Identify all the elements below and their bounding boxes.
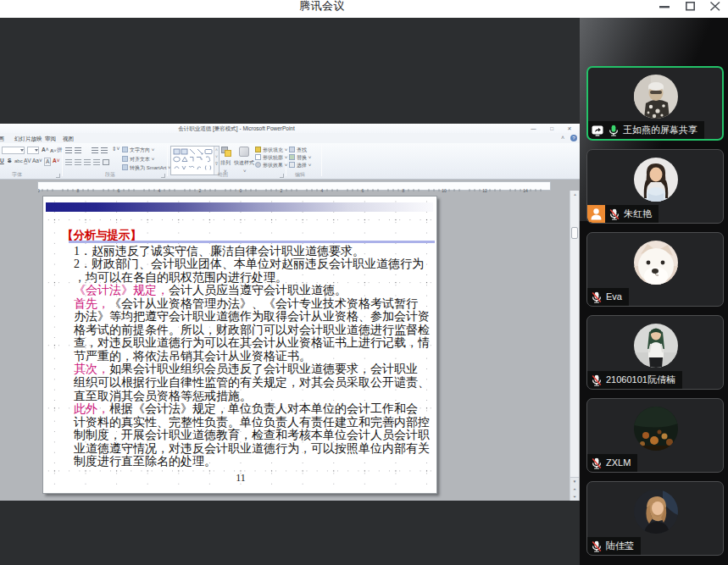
slide-text-line: 其次，如果会计职业组织会员违反了会计职业道德要求，会计职业 — [74, 363, 433, 376]
shadow-icon: abc — [14, 158, 23, 164]
slide-text-line: 此外，根据《会计法》规定，单位负责人对本单位的会计工作和会 — [74, 402, 433, 416]
participant-label-strip: 王如燕的屏幕共享 — [588, 121, 704, 139]
ppt-ribbon: A˄ A˅ 拼 U S abc A̲V Aa˅ A A˅ 字体 — [0, 143, 580, 180]
strikethrough-icon: S — [8, 158, 11, 164]
replace-button: 替换 ˅ — [289, 154, 311, 161]
paragraph-dialog-launcher-icon — [161, 174, 165, 178]
next-slide-icon: ⏷ — [570, 493, 579, 501]
mic-muted-icon — [591, 457, 603, 469]
participant-label: 21060101阮倩楠 — [587, 371, 682, 389]
participant-tile-zhuhongyan[interactable]: 朱红艳 — [586, 149, 724, 224]
participant-tile-lujiaying[interactable]: 陆佳莹 — [586, 481, 724, 556]
avatar-eva — [634, 241, 678, 285]
participant-tile-wangruyan-share[interactable]: 王如燕的屏幕共享 — [586, 66, 724, 141]
alignment-buttons — [65, 159, 109, 165]
participant-name: ZXLM — [606, 454, 631, 472]
participants-sidebar: 王如燕的屏幕共享 — [580, 18, 728, 565]
smartart-button: 转换为 SmartArt ˅ — [122, 164, 171, 171]
ruler-number: 14 — [523, 188, 528, 193]
participant-label-strip: 21060101阮倩楠 — [587, 371, 682, 389]
participant-label-strip: Eva — [587, 288, 629, 306]
indent-buttons — [92, 147, 108, 153]
screen-share-icon — [592, 125, 604, 136]
ruler-number: 4 — [158, 188, 161, 193]
shapes-gallery: ˄˅⊽ — [170, 146, 220, 175]
participant-label: 王如燕的屏幕共享 — [588, 121, 704, 139]
ruler-number: 6 — [362, 188, 364, 193]
participant-label-strip: 朱红艳 — [605, 205, 659, 223]
ppt-minimize-icon: — — [531, 125, 536, 131]
ruler-number: 4 — [321, 188, 324, 193]
align-text-button: 对齐文本 ˅ — [122, 156, 154, 163]
line-spacing-icon: ⇕˅ — [112, 146, 119, 152]
shape-outline-button: 形状轮廓 ˅ — [255, 154, 287, 161]
scrollbar-thumb — [571, 227, 578, 239]
shape-outline-icon — [255, 154, 261, 160]
ppt-titlebar: 会计职业道德 [兼容模式] - Microsoft PowerPoint — □… — [0, 124, 580, 133]
ruler-number: 2 — [281, 188, 283, 193]
window-minimize-button[interactable] — [653, 0, 675, 14]
ruler-number: 0 — [240, 188, 242, 193]
avatar-zxlm — [634, 407, 678, 451]
find-button: 查找 — [289, 147, 307, 153]
participant-label: ZXLM — [587, 454, 637, 472]
ppt-slide-canvas: 10 8 6 4 2 0 2 4 6 8 10 12 14 — [0, 180, 580, 501]
columns-icon — [103, 159, 109, 165]
shape-effects-button: 形状效果 ˅ — [255, 162, 287, 169]
ppt-close-icon: ✕ — [567, 125, 571, 131]
increase-indent-icon — [101, 147, 108, 153]
ruler-number: 10 — [442, 188, 447, 193]
ribbon-group-editing-label: 编辑 — [295, 172, 305, 178]
arrange-button: 排列 — [220, 159, 231, 166]
ruler-ticks: 10 8 6 4 2 0 2 4 6 8 10 12 14 — [38, 186, 550, 194]
find-icon — [289, 147, 295, 152]
minimize-icon — [653, 0, 675, 14]
shared-screen-stage: 会计职业道德 [兼容模式] - Microsoft PowerPoint — □… — [0, 18, 580, 565]
drawing-dialog-launcher-icon — [280, 174, 284, 178]
font-size-combobox — [27, 147, 39, 154]
ribbon-separator — [321, 145, 322, 176]
mic-muted-icon — [591, 291, 603, 303]
slide-text-line: 办法》等均把遵守会计职业道德作为取得会计从业资格、参加会计资 — [74, 310, 433, 324]
participant-label: 朱红艳 — [587, 205, 659, 223]
ppt-maximize-icon: □ — [550, 125, 553, 131]
participant-name: 王如燕的屏幕共享 — [623, 121, 697, 139]
participant-tile-eva[interactable]: Eva — [586, 232, 724, 307]
align-center-icon — [75, 159, 81, 165]
ppt-tab-view: 视图 — [63, 135, 74, 142]
arrange-front-square — [225, 150, 231, 157]
text-direction-icon — [122, 147, 128, 152]
maximize-icon — [680, 0, 702, 14]
slide-top-gradient-bar — [46, 202, 433, 212]
align-right-icon — [84, 159, 91, 165]
font-color-icon: A˅ — [53, 158, 60, 164]
slide-text-line: 计资料的真实性、完整性负责。单位负责人有责任建立和完善内部控 — [74, 416, 433, 429]
ppt-help-icon: ? — [570, 135, 577, 141]
slide-text-line: ，均可以在各自的职权范围内进行处理。 — [74, 271, 433, 285]
window-maximize-button[interactable] — [680, 0, 702, 14]
underline-icon: U — [0, 158, 4, 164]
smartart-icon — [122, 164, 128, 170]
avatar-zhuhongyan — [634, 158, 678, 202]
slide-body-text: 1．赵丽违反了诚实守信、廉洁自律会计职业道德要求。 2．财政部门、会计职业团体、… — [74, 245, 433, 468]
app-title: 腾讯会议 — [237, 0, 407, 12]
ruler-number: 2 — [199, 188, 202, 193]
text-direction-button: 文字方向 ˅ — [122, 147, 154, 153]
participant-tile-ruanqiannan[interactable]: 21060101阮倩楠 — [586, 315, 724, 390]
quick-style-button: 快速样式 — [234, 159, 254, 166]
participant-tile-zxlm[interactable]: ZXLM — [586, 398, 724, 473]
align-text-icon — [122, 156, 128, 162]
slide-text-line: 2．财政部门、会计职业团体、本单位对赵丽违反会计职业道德行为 — [74, 258, 433, 271]
person-icon — [587, 205, 605, 223]
char-spacing-icon: A̲V — [24, 158, 31, 164]
shrink-font-icon: A˅ — [50, 147, 57, 154]
ribbon-collapse-icon: ˄ — [561, 135, 564, 141]
mic-muted-icon — [609, 208, 620, 220]
ruler-number: 10 — [38, 188, 40, 193]
ruler-number: 6 — [118, 188, 120, 193]
window-close-button[interactable] — [704, 0, 726, 14]
participant-name: 陆佳莹 — [606, 537, 634, 555]
slide-text-line: 制度进行直至除名的处理。 — [74, 455, 433, 468]
participant-label: 陆佳莹 — [587, 537, 641, 555]
ribbon-separator — [167, 145, 168, 176]
